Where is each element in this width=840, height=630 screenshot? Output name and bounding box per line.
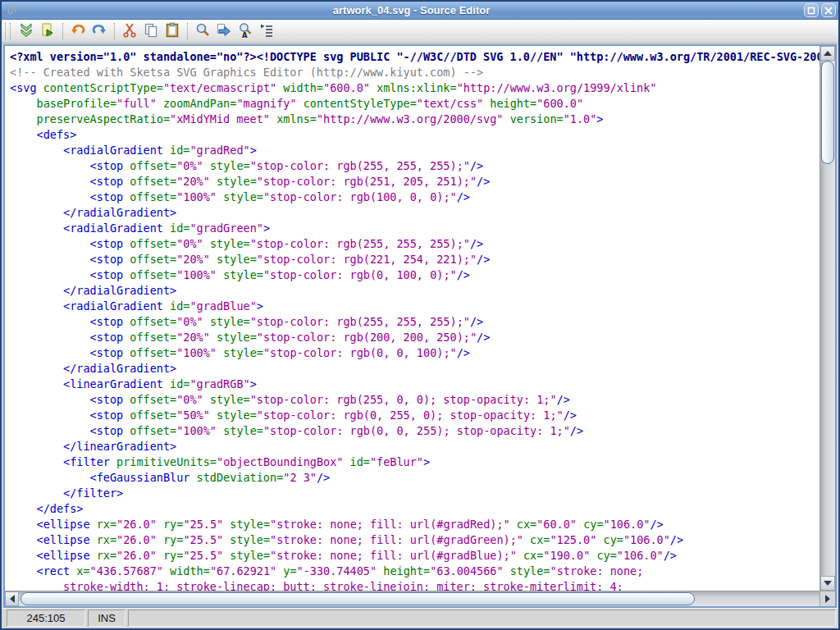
check-well-formed-button[interactable] <box>16 21 37 41</box>
copy-button[interactable] <box>140 21 162 41</box>
replace-button[interactable]: A <box>235 21 256 41</box>
toolbar-grip[interactable] <box>5 23 11 39</box>
app-spiral-icon <box>4 3 19 18</box>
down-arrow-icon <box>824 581 832 586</box>
blue-arrow-page-icon <box>216 22 232 41</box>
status-filler <box>128 609 836 627</box>
insert-mode-indicator: INS <box>88 609 126 627</box>
scroll-up-button[interactable] <box>820 46 835 61</box>
copy-pages-icon <box>143 22 159 41</box>
redo-button[interactable] <box>89 21 110 41</box>
maximize-button[interactable] <box>804 3 819 17</box>
page-green-arrow-icon <box>39 22 56 41</box>
scroll-down-button[interactable] <box>820 576 835 591</box>
goto-line-button[interactable] <box>256 21 277 41</box>
scissors-icon <box>121 22 138 41</box>
horizontal-scrollbar[interactable] <box>5 591 835 606</box>
left-arrow-icon <box>10 595 15 603</box>
redo-arrow-icon <box>91 22 107 41</box>
toolbar-separator <box>187 23 188 39</box>
lines-arrow-icon <box>258 22 275 41</box>
editor-area: <?xml version="1.0" standalone="no"?><!D… <box>3 44 837 608</box>
source-editor-window: artwork_04.svg - Source Editor <box>0 0 840 630</box>
horizontal-scroll-thumb[interactable] <box>21 592 695 605</box>
right-arrow-icon <box>825 595 830 603</box>
scroll-left-button[interactable] <box>5 591 19 606</box>
undo-arrow-icon <box>70 22 86 41</box>
svg-text:A: A <box>242 30 248 39</box>
vertical-scroll-track[interactable] <box>820 61 835 576</box>
toolbar: A <box>2 20 838 43</box>
undo-button[interactable] <box>67 21 89 41</box>
caret-position: 245:105 <box>7 609 85 627</box>
status-bar: 245:105 INS <box>2 608 838 628</box>
vertical-scrollbar[interactable] <box>819 46 835 591</box>
find-button[interactable] <box>192 21 213 41</box>
paste-button[interactable] <box>162 21 183 41</box>
magnifier-icon <box>194 22 211 41</box>
toolbar-separator <box>62 23 63 39</box>
titlebar[interactable]: artwork_04.svg - Source Editor <box>2 2 838 20</box>
up-arrow-icon <box>824 51 832 56</box>
code-editor[interactable]: <?xml version="1.0" standalone="no"?><!D… <box>5 46 819 591</box>
scroll-right-corner[interactable] <box>819 591 835 606</box>
apply-button[interactable] <box>37 21 58 41</box>
magnifier-a-icon: A <box>237 22 253 41</box>
toolbar-separator <box>114 23 115 39</box>
double-chevron-down-icon <box>18 22 34 41</box>
vertical-scroll-thumb[interactable] <box>821 61 834 164</box>
cut-button[interactable] <box>119 21 140 41</box>
horizontal-scroll-track[interactable] <box>19 591 819 606</box>
clipboard-icon <box>164 22 180 41</box>
find-next-button[interactable] <box>213 21 235 41</box>
window-title: artwork_04.svg - Source Editor <box>19 4 804 16</box>
code-lines: <?xml version="1.0" standalone="no"?><!D… <box>10 49 819 591</box>
close-button[interactable] <box>821 3 836 17</box>
